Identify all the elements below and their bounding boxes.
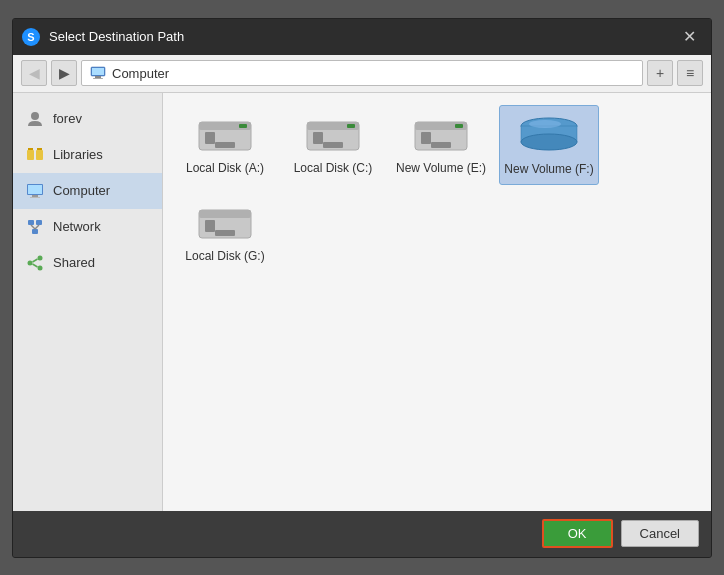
svg-text:S: S [27,31,34,43]
ok-button[interactable]: OK [542,519,613,548]
sidebar-label-libraries: Libraries [53,147,103,162]
view-toggle-button[interactable]: ≡ [677,60,703,86]
sidebar-item-shared[interactable]: Shared [13,245,162,281]
svg-rect-5 [92,68,104,75]
svg-rect-39 [421,132,431,144]
drive-e-icon [409,113,473,157]
drive-a-icon [193,113,257,157]
svg-rect-8 [36,150,43,160]
sidebar-item-network[interactable]: Network [13,209,162,245]
svg-rect-17 [32,229,38,234]
svg-point-42 [521,134,577,150]
drive-f[interactable]: New Volume (F:) [499,105,599,185]
svg-rect-32 [323,142,343,148]
svg-line-24 [33,264,38,267]
svg-point-22 [38,265,43,270]
dialog: S Select Destination Path ✕ ◀ ▶ Computer… [12,18,712,558]
svg-rect-3 [95,76,101,78]
sidebar: forev Libraries [13,93,163,511]
svg-rect-37 [431,142,451,148]
drive-a-label: Local Disk (A:) [186,161,264,175]
svg-rect-7 [27,150,34,160]
svg-rect-12 [28,185,42,194]
sidebar-label-computer: Computer [53,183,110,198]
title-bar: S Select Destination Path ✕ [13,19,711,55]
svg-rect-33 [347,124,355,128]
svg-rect-29 [205,132,215,144]
svg-point-43 [529,120,561,128]
forward-button[interactable]: ▶ [51,60,77,86]
cancel-button[interactable]: Cancel [621,520,699,547]
drive-g-label: Local Disk (G:) [185,249,264,263]
sidebar-label-forev: forev [53,111,82,126]
svg-rect-45 [199,210,251,218]
back-button[interactable]: ◀ [21,60,47,86]
location-bar: Computer [81,60,643,86]
app-icon: S [21,27,41,47]
drive-e-label: New Volume (E:) [396,161,486,175]
svg-rect-27 [215,142,235,148]
svg-line-23 [33,259,38,262]
sidebar-label-network: Network [53,219,101,234]
libraries-icon [25,145,45,165]
drive-c-label: Local Disk (C:) [294,161,373,175]
computer-location-icon [90,65,106,81]
svg-rect-10 [37,148,42,150]
svg-rect-13 [32,195,38,197]
svg-rect-9 [28,148,33,150]
svg-rect-16 [36,220,42,225]
svg-rect-4 [93,78,103,79]
user-icon [25,109,45,129]
svg-point-20 [28,260,33,265]
toolbar: ◀ ▶ Computer + ≡ [13,55,711,93]
location-text: Computer [112,66,169,81]
network-icon [25,217,45,237]
dialog-title: Select Destination Path [49,29,675,44]
drive-c-icon [301,113,365,157]
dialog-footer: OK Cancel [13,511,711,557]
svg-rect-34 [313,132,323,144]
new-folder-button[interactable]: + [647,60,673,86]
drive-g-icon [193,201,257,245]
sidebar-label-shared: Shared [53,255,95,270]
svg-rect-46 [215,230,235,236]
svg-rect-15 [28,220,34,225]
svg-rect-38 [455,124,463,128]
main-content: Local Disk (A:) Local Disk (C:) [163,93,711,511]
svg-line-19 [35,225,39,229]
drive-f-icon [517,114,581,158]
drive-c[interactable]: Local Disk (C:) [283,105,383,185]
computer-sidebar-icon [25,181,45,201]
shared-icon [25,253,45,273]
svg-point-6 [31,112,39,120]
toolbar-right: + ≡ [647,60,703,86]
sidebar-item-forev[interactable]: forev [13,101,162,137]
drive-e[interactable]: New Volume (E:) [391,105,491,185]
drive-f-label: New Volume (F:) [504,162,593,176]
drive-g[interactable]: Local Disk (G:) [175,193,275,271]
sidebar-item-computer[interactable]: Computer [13,173,162,209]
svg-line-18 [31,225,35,229]
sidebar-item-libraries[interactable]: Libraries [13,137,162,173]
svg-rect-28 [239,124,247,128]
svg-point-21 [38,255,43,260]
svg-rect-14 [30,197,40,198]
dialog-body: forev Libraries [13,93,711,511]
drive-a[interactable]: Local Disk (A:) [175,105,275,185]
svg-rect-47 [205,220,215,232]
close-button[interactable]: ✕ [675,23,703,51]
